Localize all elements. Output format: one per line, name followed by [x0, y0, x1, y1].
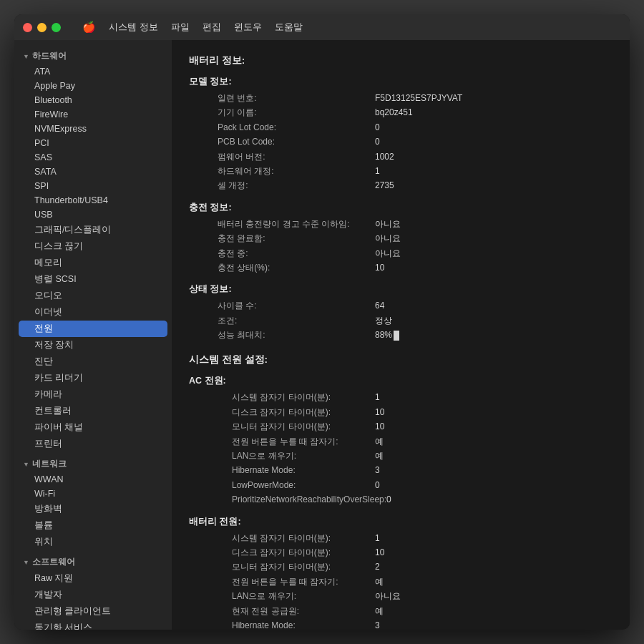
info-row: 배터리 충전량이 경고 수준 이하임: 아니요	[189, 217, 613, 231]
sidebar-item-developer[interactable]: 개발자	[14, 587, 172, 603]
ac-info-table: 시스템 잠자기 타이머(분): 1 디스크 잠자기 타이머(분): 10 모니터…	[189, 390, 613, 507]
bat-lan-wake-label: LAN으로 깨우기:	[189, 589, 375, 603]
sidebar-item-nvmexpress[interactable]: NVMExpress	[14, 122, 172, 136]
firmware-value: 1002	[375, 150, 394, 164]
sidebar-item-audio[interactable]: 오디오	[14, 288, 172, 304]
ac-prioritize-value: 0	[386, 492, 391, 507]
sidebar-item-scsi[interactable]: 병렬 SCSI	[14, 271, 172, 288]
sidebar-item-graphics[interactable]: 그래픽/디스플레이	[14, 222, 172, 238]
health-info-table: 사이클 수: 64 조건: 정상 성능 최대치: 88%	[189, 298, 613, 342]
charge-pct-label: 충전 상태(%):	[189, 260, 375, 275]
sidebar-item-memory[interactable]: 메모리	[14, 255, 172, 271]
sidebar-item-printer[interactable]: 프린터	[14, 436, 172, 452]
title-bar: 🍎 시스템 정보 파일 편집 윈도우 도움말	[14, 14, 630, 40]
hardware-group[interactable]: ▼ 하드웨어	[14, 46, 172, 64]
sidebar-item-pci[interactable]: PCI	[14, 136, 172, 150]
ac-sys-sleep-value: 1	[375, 390, 380, 404]
device-name-value: bq20z451	[375, 105, 413, 119]
menu-edit[interactable]: 편집	[203, 21, 221, 34]
network-group[interactable]: ▼ 네트워크	[14, 454, 172, 472]
maximize-button[interactable]	[52, 23, 61, 32]
sidebar-item-ethernet[interactable]: 이더넷	[14, 304, 172, 321]
info-row: PrioritizeNetworkReachabilityOverSleep: …	[189, 492, 613, 507]
sidebar-item-sas[interactable]: SAS	[14, 150, 172, 165]
info-row: 모니터 잠자기 타이머(분): 10	[189, 419, 613, 434]
cursor-icon	[394, 331, 399, 341]
sidebar-item-sync[interactable]: 동기화 서비스	[14, 620, 172, 630]
sidebar-item-location[interactable]: 위치	[14, 534, 172, 550]
sidebar-item-firewall[interactable]: 방화벽	[14, 501, 172, 517]
sidebar-item-spi[interactable]: SPI	[14, 179, 172, 193]
sidebar-item-sata[interactable]: SATA	[14, 165, 172, 179]
menu-window[interactable]: 윈도우	[234, 21, 262, 34]
info-row: 하드웨어 개정: 1	[189, 164, 613, 178]
chevron-down-icon: ▼	[23, 559, 29, 566]
network-section: ▼ 네트워크 WWAN Wi-Fi 방화벽 볼륨 위치	[14, 454, 172, 550]
sidebar-item-raw[interactable]: Raw 지원	[14, 570, 172, 587]
menu-file[interactable]: 파일	[171, 21, 190, 34]
sidebar-item-power[interactable]: 전원	[19, 321, 167, 337]
sidebar-item-bluetooth[interactable]: Bluetooth	[14, 93, 172, 107]
charging-value: 아니요	[375, 246, 401, 260]
info-row: 일련 번호: F5D13125ES7PJYVAT	[189, 91, 613, 105]
charge-info-table: 배터리 충전량이 경고 수준 이하임: 아니요 충전 완료함: 아니요 충전 중…	[189, 217, 613, 275]
ac-disk-sleep-value: 10	[375, 405, 384, 419]
charge-complete-label: 충전 완료함:	[189, 231, 375, 245]
cycle-count-value: 64	[375, 298, 384, 313]
sidebar-item-wifi[interactable]: Wi-Fi	[14, 487, 172, 501]
charging-label: 충전 중:	[189, 246, 375, 260]
close-button[interactable]	[23, 23, 32, 32]
sidebar-item-usb[interactable]: USB	[14, 208, 172, 222]
device-name-label: 기기 이름:	[189, 105, 375, 119]
cell-rev-label: 셀 개정:	[189, 178, 375, 192]
info-row: LAN으로 깨우기: 예	[189, 449, 613, 463]
charge-section-title: 충전 정보:	[189, 202, 613, 214]
ac-hibernate-label: Hibernate Mode:	[189, 463, 375, 477]
sidebar-item-wwan[interactable]: WWAN	[14, 472, 172, 487]
minimize-button[interactable]	[37, 23, 47, 32]
sidebar-item-storage[interactable]: 저장 장치	[14, 337, 172, 353]
sidebar-item-diagnostics[interactable]: 진단	[14, 353, 172, 370]
software-group[interactable]: ▼ 소프트웨어	[14, 552, 172, 570]
max-capacity-value: 88%	[375, 328, 399, 342]
menu-bar: 🍎 시스템 정보 파일 편집 윈도우 도움말	[82, 21, 303, 34]
menu-system-info[interactable]: 시스템 정보	[109, 21, 158, 34]
battery-power-section-title: 배터리 전원:	[189, 516, 613, 528]
chevron-down-icon: ▼	[23, 461, 29, 468]
ac-lowpower-value: 0	[375, 478, 380, 492]
info-row: 모니터 잠자기 타이머(분): 2	[189, 560, 613, 574]
sidebar-item-thunderbolt[interactable]: Thunderbolt/USB4	[14, 193, 172, 208]
info-row: 충전 상태(%): 10	[189, 260, 613, 275]
menu-help[interactable]: 도움말	[275, 21, 303, 34]
info-row: 조건: 정상	[189, 313, 613, 328]
sidebar-item-managed[interactable]: 관리형 클라이언트	[14, 603, 172, 620]
bat-current-power-label: 현재 전원 공급원:	[189, 604, 375, 618]
info-row: 디스크 잠자기 타이머(분): 10	[189, 545, 613, 560]
ac-power-btn-value: 예	[375, 434, 384, 449]
sidebar-item-camera[interactable]: 카메라	[14, 386, 172, 403]
battery-info-title: 배터리 정보:	[189, 54, 613, 67]
sidebar-item-disk[interactable]: 디스크 끊기	[14, 238, 172, 255]
hardware-label: 하드웨어	[32, 50, 67, 62]
pcb-lot-label: PCB Lot Code:	[189, 135, 375, 149]
info-row: Hibernate Mode: 3	[189, 463, 613, 477]
info-row: 전원 버튼을 누를 때 잠자기: 예	[189, 434, 613, 449]
info-row: 사이클 수: 64	[189, 298, 613, 313]
sidebar-item-fiber[interactable]: 파이버 채널	[14, 419, 172, 436]
bat-hibernate-value: 3	[375, 618, 380, 630]
sidebar-item-volume[interactable]: 볼륨	[14, 517, 172, 534]
info-row: LAN으로 깨우기: 아니요	[189, 589, 613, 603]
sidebar-item-ata[interactable]: ATA	[14, 64, 172, 79]
model-section-title: 모델 정보:	[189, 76, 613, 88]
sidebar-item-firewire[interactable]: FireWire	[14, 107, 172, 122]
apple-logo-icon[interactable]: 🍎	[82, 21, 96, 34]
sidebar-item-cardreader[interactable]: 카드 리더기	[14, 370, 172, 386]
sidebar-item-controller[interactable]: 컨트롤러	[14, 403, 172, 419]
ac-power-btn-label: 전원 버튼을 누를 때 잠자기:	[189, 434, 375, 449]
sidebar-item-applepay[interactable]: Apple Pay	[14, 79, 172, 93]
bat-power-btn-label: 전원 버튼을 누를 때 잠자기:	[189, 575, 375, 589]
info-row: 펌웨어 버전: 1002	[189, 150, 613, 164]
software-label: 소프트웨어	[32, 556, 75, 568]
condition-label: 조건:	[189, 313, 375, 328]
info-row: 성능 최대치: 88%	[189, 328, 613, 342]
